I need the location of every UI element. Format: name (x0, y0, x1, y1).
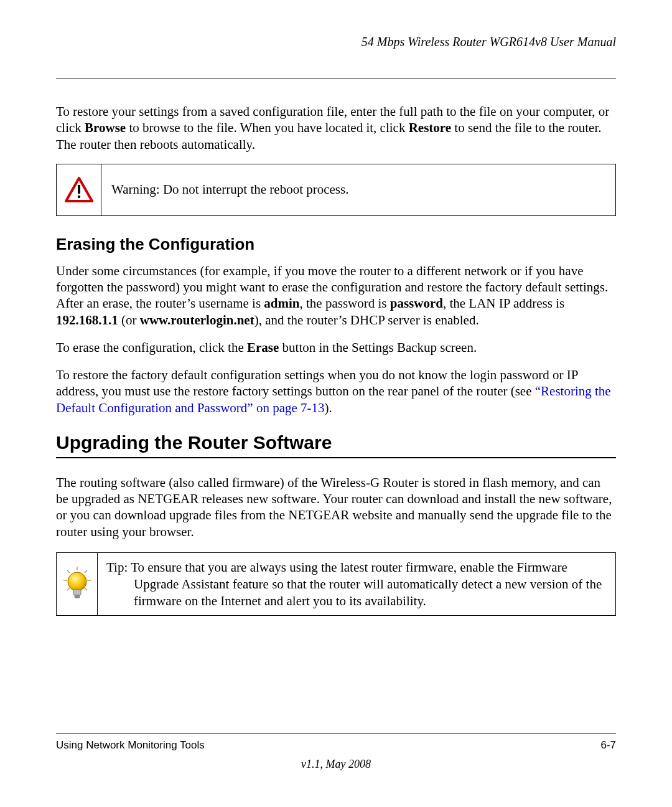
text: , the LAN IP address is (443, 296, 564, 311)
svg-rect-11 (75, 595, 80, 598)
svg-rect-0 (78, 185, 80, 194)
erase-paragraph-3: To restore the factory default configura… (56, 367, 616, 416)
text: ), and the router’s DHCP server is enabl… (254, 313, 479, 328)
svg-line-8 (85, 588, 87, 590)
warning-icon-cell (57, 164, 101, 215)
text: to browse to the file. When you have loc… (126, 120, 408, 135)
upgrade-paragraph-1: The routing software (also called firmwa… (56, 474, 616, 540)
text: , the password is (300, 296, 390, 311)
running-header: 54 Mbps Wireless Router WGR614v8 User Ma… (56, 35, 616, 53)
tip-text: Tip: To ensure that you are always using… (98, 553, 615, 616)
text: (or (118, 313, 140, 328)
warning-callout: Warning: Do not interrupt the reboot pro… (56, 164, 616, 216)
warning-icon (64, 176, 94, 204)
text: To erase the configuration, click the (56, 340, 247, 355)
tip-icon-cell (57, 553, 98, 616)
svg-point-9 (68, 572, 86, 591)
heading-upgrading-router-software: Upgrading the Router Software (56, 432, 616, 453)
intro-paragraph: To restore your settings from a saved co… (56, 103, 616, 153)
text: button in the Settings Backup screen. (279, 340, 477, 355)
section-rule (56, 457, 616, 458)
text: To ensure that you are always using the … (128, 560, 602, 608)
lightbulb-icon (61, 565, 93, 603)
bold-ip: 192.168.1.1 (56, 313, 118, 328)
bold-browse: Browse (85, 120, 126, 135)
tip-callout: Tip: To ensure that you are always using… (56, 552, 616, 616)
bold-erase: Erase (247, 340, 279, 355)
page-footer: Using Network Monitoring Tools 6-7 v1.1,… (56, 734, 616, 771)
warning-text: Warning: Do not interrupt the reboot pro… (101, 174, 615, 205)
bold-password: password (390, 296, 443, 311)
footer-page-number: 6-7 (600, 739, 616, 752)
svg-line-7 (67, 588, 70, 590)
tip-label: Tip: (106, 560, 128, 575)
document-page: 54 Mbps Wireless Router WGR614v8 User Ma… (0, 0, 672, 807)
bold-admin: admin (264, 296, 299, 311)
heading-erasing-configuration: Erasing the Configuration (56, 235, 616, 254)
svg-line-4 (85, 570, 87, 573)
footer-section-title: Using Network Monitoring Tools (56, 739, 205, 752)
footer-version: v1.1, May 2008 (56, 758, 616, 771)
svg-rect-10 (73, 590, 81, 595)
text: Do not interrupt the reboot process. (160, 182, 349, 197)
warning-label: Warning: (111, 182, 160, 197)
svg-line-3 (67, 570, 70, 573)
erase-paragraph-1: Under some circumstances (for example, i… (56, 263, 616, 328)
footer-rule (56, 734, 616, 734)
text: To restore the factory default configura… (56, 367, 578, 399)
svg-rect-1 (78, 196, 80, 198)
bold-restore: Restore (409, 120, 451, 135)
text: ). (325, 400, 332, 415)
bold-url: www.routerlogin.net (140, 313, 254, 328)
erase-paragraph-2: To erase the configuration, click the Er… (56, 339, 616, 356)
